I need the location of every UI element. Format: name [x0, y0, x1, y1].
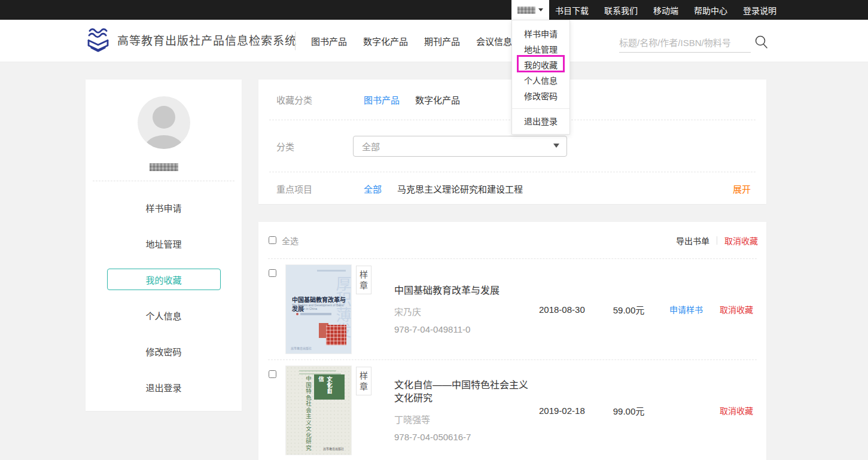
sidebar-item-label: 样书申请 [145, 202, 181, 214]
site-header: 高等教育出版社产品信息检索系统 图书产品 数字化产品 期刊产品 会议信息 [0, 20, 868, 62]
select-all-checkbox[interactable] [269, 236, 276, 244]
sidebar-item-change-password[interactable]: 修改密码 [86, 333, 242, 369]
category-select-value: 全部 [362, 140, 380, 153]
sidebar-item-label: 我的收藏 [107, 269, 221, 290]
sidebar-item-label: 个人信息 [145, 309, 181, 322]
menu-item-logout[interactable]: 退出登录 [512, 114, 569, 129]
cover-decor [317, 270, 346, 272]
sidebar-username-redacted [150, 163, 178, 171]
user-menu-trigger[interactable] [511, 0, 549, 20]
cover-seal [326, 325, 346, 345]
key-project-marxism[interactable]: 马克思主义理论研究和建设工程 [397, 182, 523, 195]
sidebar-item-label: 地址管理 [145, 237, 181, 250]
menu-item-change-password[interactable]: 修改密码 [512, 89, 569, 104]
nav-conference-info[interactable]: 会议信息 [476, 35, 512, 47]
book-date: 2019-02-18 [539, 406, 599, 416]
cover-subtitle: 中国特色社会主义文化研究 [304, 376, 312, 451]
book-info: 中国基础教育改革与发展 宋乃庆 978-7-04-049811-0 [394, 284, 539, 334]
cover-publisher: 高等教育出版社 [291, 346, 312, 350]
category-select[interactable]: 全部 [353, 136, 567, 157]
sidebar-menu: 样书申请 地址管理 我的收藏 个人信息 修改密码 退出登录 [86, 190, 242, 405]
book-title[interactable]: 中国基础教育改革与发展 [394, 284, 533, 297]
user-dropdown-menu: 样书申请 地址管理 我的收藏 个人信息 修改密码 退出登录 [511, 20, 570, 135]
nav-journal-products[interactable]: 期刊产品 [424, 35, 460, 47]
cover-publisher: 高等教育出版社 [323, 446, 344, 450]
list-header-actions: 导出书单 取消收藏 [676, 234, 758, 246]
topbar-link-catalog-download[interactable]: 书目下载 [555, 4, 589, 16]
cancel-favorite-all-button[interactable]: 取消收藏 [724, 234, 758, 246]
sidebar: 样书申请 地址管理 我的收藏 个人信息 修改密码 退出登录 [86, 80, 242, 411]
menu-divider [512, 108, 569, 109]
apply-sample-button[interactable]: 申请样书 [659, 303, 714, 315]
cancel-favorite-button[interactable]: 取消收藏 [714, 404, 759, 416]
avatar [138, 96, 190, 149]
search-box [619, 33, 769, 54]
sample-chapter-badge[interactable]: 样章 [356, 266, 371, 294]
book-price: 59.00元 [599, 303, 659, 316]
nav-book-products[interactable]: 图书产品 [311, 35, 347, 47]
collection-type-label: 收藏分类 [276, 93, 364, 106]
topbar-link-help-center[interactable]: 帮助中心 [694, 4, 727, 16]
book-checkbox[interactable] [269, 370, 276, 378]
menu-item-my-favorites[interactable]: 我的收藏 [512, 57, 569, 73]
chevron-down-icon [538, 8, 543, 14]
menu-item-sample-request[interactable]: 样书申请 [512, 26, 569, 42]
book-isbn: 978-7-04-049811-0 [394, 324, 533, 334]
book-info: 文化自信——中国特色社会主义文化研究 丁晓强等 978-7-04-050616-… [394, 379, 539, 442]
sidebar-item-sample-request[interactable]: 样书申请 [86, 190, 242, 226]
menu-item-personal-info[interactable]: 个人信息 [512, 73, 569, 89]
book-author: 丁晓强等 [394, 413, 533, 425]
topbar-nav: 书目下载 联系我们 移动端 帮助中心 登录说明 [555, 0, 776, 20]
cover-subtitle: The Reform and Development of Basic Educ… [292, 303, 345, 310]
menu-item-address-manage[interactable]: 地址管理 [512, 42, 569, 57]
expand-button[interactable]: 展开 [733, 182, 751, 195]
cover-title: 文化自信 [316, 376, 333, 400]
sidebar-item-personal-info[interactable]: 个人信息 [86, 297, 242, 333]
select-all-label: 全选 [282, 234, 299, 246]
nav-digital-products[interactable]: 数字化产品 [363, 35, 408, 47]
sidebar-item-my-favorites[interactable]: 我的收藏 [86, 261, 242, 297]
favorites-list: 全选 导出书单 取消收藏 厚积薄发 中国基础教育改革与发展 The Reform… [258, 222, 766, 460]
search-input[interactable] [619, 33, 751, 53]
book-cover[interactable]: 文化自信 中国特色社会主义文化研究 高等教育出版社 [286, 366, 351, 455]
cancel-favorite-button[interactable]: 取消收藏 [714, 303, 759, 315]
topbar-link-login-guide[interactable]: 登录说明 [743, 4, 776, 16]
book-checkbox[interactable] [269, 269, 276, 277]
cover-authors-line [300, 313, 331, 315]
sample-chapter-badge[interactable]: 样章 [356, 367, 371, 395]
book-author: 宋乃庆 [394, 305, 533, 318]
book-date: 2018-08-30 [539, 304, 599, 315]
book-cover[interactable]: 厚积薄发 中国基础教育改革与发展 The Reform and Developm… [286, 265, 351, 354]
person-icon [138, 96, 190, 149]
topbar-link-mobile[interactable]: 移动端 [653, 4, 678, 16]
book-row: 文化自信 中国特色社会主义文化研究 高等教育出版社 样章 文化自信——中国特色社… [258, 360, 766, 460]
main-nav: 图书产品 数字化产品 期刊产品 会议信息 [311, 20, 512, 62]
key-project-all[interactable]: 全部 [364, 182, 382, 195]
collection-type-book[interactable]: 图书产品 [364, 93, 400, 106]
header-divider [295, 32, 296, 50]
sidebar-item-label: 退出登录 [145, 381, 181, 394]
publisher-logo-icon [86, 27, 111, 55]
collection-type-digital[interactable]: 数字化产品 [415, 93, 460, 106]
sidebar-item-logout[interactable]: 退出登录 [86, 369, 242, 405]
key-project-label: 重点项目 [276, 182, 364, 195]
page-title: 高等教育出版社产品信息检索系统 [117, 20, 297, 62]
cover-title-block: 文化自信 [314, 374, 345, 400]
filter-row-key-project: 重点项目 全部 马克思主义理论研究和建设工程 展开 [258, 172, 766, 205]
list-header: 全选 导出书单 取消收藏 [258, 222, 766, 258]
export-booklist-button[interactable]: 导出书单 [676, 234, 709, 246]
sidebar-item-label: 修改密码 [145, 345, 181, 358]
chevron-down-icon [553, 144, 559, 151]
book-title[interactable]: 文化自信——中国特色社会主义文化研究 [394, 379, 533, 405]
book-row: 厚积薄发 中国基础教育改革与发展 The Reform and Developm… [258, 259, 766, 360]
topbar-link-contact-us[interactable]: 联系我们 [604, 4, 638, 16]
sidebar-item-address-manage[interactable]: 地址管理 [86, 226, 242, 261]
sidebar-divider [93, 181, 234, 181]
book-price: 99.00元 [599, 404, 659, 417]
cover-decor [299, 370, 336, 371]
topbar: 书目下载 联系我们 移动端 帮助中心 登录说明 [0, 0, 868, 20]
action-divider [717, 236, 717, 245]
search-icon[interactable] [754, 35, 769, 50]
username-redacted [517, 7, 535, 14]
cover-decor [328, 377, 330, 393]
